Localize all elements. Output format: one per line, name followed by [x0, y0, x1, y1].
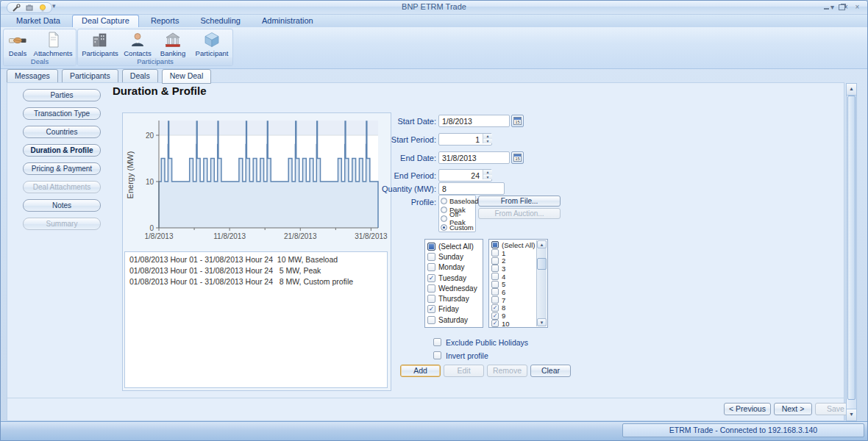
radio-icon[interactable]: [441, 207, 447, 213]
profile-leg-row[interactable]: 01/08/2013 Hour 01 - 31/08/2013 Hour 24 …: [129, 265, 383, 276]
scroll-up-icon[interactable]: ▲: [537, 240, 547, 248]
sidebar-item-notes[interactable]: Notes: [23, 199, 101, 212]
exclude-holidays-checkbox[interactable]: [433, 338, 441, 346]
end-period-spinner[interactable]: ▲ ▼: [483, 170, 492, 179]
checkbox-unchecked-icon[interactable]: [491, 288, 499, 295]
day-item-sunday[interactable]: Sunday: [427, 251, 483, 262]
sidebar-item-parties[interactable]: Parties: [23, 89, 101, 101]
day-item-thursday[interactable]: Thursday: [427, 293, 483, 304]
day-item-saturday[interactable]: Saturday: [427, 315, 483, 325]
checkbox-unchecked-icon[interactable]: [427, 295, 435, 303]
checkbox-checked-icon[interactable]: ✓: [427, 274, 435, 282]
hour-item-5[interactable]: 5: [491, 280, 536, 288]
start-date-calendar-button[interactable]: 15: [511, 115, 524, 127]
quantity-field[interactable]: 8: [438, 182, 505, 195]
day-item-wednesday[interactable]: Wednesday: [427, 283, 483, 293]
tab-list-dropdown-icon[interactable]: ▾: [830, 3, 834, 11]
previous-button[interactable]: < Previous: [724, 403, 771, 415]
clear-button[interactable]: Clear: [530, 365, 571, 377]
tab-new-deal[interactable]: New Deal: [162, 69, 212, 84]
day-item--select-all-[interactable]: (Select All): [427, 241, 483, 251]
main-scrollbar[interactable]: ▲ ▼: [846, 83, 857, 421]
scroll-up-icon[interactable]: ▲: [847, 84, 856, 96]
start-period-label: Start Period:: [333, 135, 436, 144]
checkbox-unchecked-icon[interactable]: [427, 253, 435, 261]
invert-profile-checkbox[interactable]: [433, 351, 441, 359]
sidebar-item-transaction-type[interactable]: Transaction Type: [23, 107, 101, 120]
profile-leg-row[interactable]: 01/08/2013 Hour 01 - 31/08/2013 Hour 24 …: [129, 254, 383, 265]
hour-list-scrollbar[interactable]: ▲ ▼: [536, 240, 547, 326]
day-checklist[interactable]: (Select All)SundayMonday✓TuesdayWednesda…: [424, 239, 483, 328]
checkbox-partial-icon[interactable]: [427, 243, 435, 251]
scroll-down-icon[interactable]: ▼: [537, 318, 547, 326]
tab-close-icon[interactable]: ×: [844, 3, 848, 11]
checkbox-checked-icon[interactable]: ✓: [491, 320, 499, 327]
hour-item-10[interactable]: ✓10: [491, 320, 536, 328]
hour-item-2[interactable]: 2: [491, 257, 536, 265]
hour-item-7[interactable]: 7: [491, 296, 536, 304]
sidebar-item-pricing-payment[interactable]: Pricing & Payment: [23, 162, 101, 175]
checkbox-partial-icon[interactable]: [491, 241, 499, 248]
day-item-monday[interactable]: Monday: [427, 262, 483, 273]
checkbox-unchecked-icon[interactable]: [491, 281, 499, 288]
start-period-spinner[interactable]: ▲ ▼: [483, 134, 492, 143]
checkbox-unchecked-icon[interactable]: [427, 316, 435, 324]
end-date-calendar-button[interactable]: 15: [511, 151, 524, 164]
checkbox-unchecked-icon[interactable]: [491, 257, 499, 265]
hour-item-3[interactable]: 3: [491, 265, 536, 273]
day-item-tuesday[interactable]: ✓Tuesday: [427, 273, 483, 283]
ribbon-tab-scheduling[interactable]: Scheduling: [191, 15, 249, 27]
radio-icon[interactable]: [441, 215, 447, 222]
ribbon-tab-administration[interactable]: Administration: [252, 15, 323, 27]
page-title: Duration & Profile: [113, 85, 207, 97]
contacts-button[interactable]: Contacts: [122, 31, 153, 57]
spinner-down-icon[interactable]: ▼: [483, 139, 492, 144]
checkbox-unchecked-icon[interactable]: [491, 265, 499, 272]
scroll-down-icon[interactable]: ▼: [847, 409, 856, 420]
profile-legs-list[interactable]: 01/08/2013 Hour 01 - 31/08/2013 Hour 24 …: [124, 251, 388, 388]
day-item-friday[interactable]: ✓Friday: [427, 304, 483, 315]
hour-item-1[interactable]: 1: [491, 249, 536, 257]
profile-leg-row[interactable]: 01/08/2013 Hour 01 - 31/08/2013 Hour 24 …: [129, 276, 383, 287]
start-date-field[interactable]: 1/8/2013: [438, 115, 510, 127]
hour-item-8[interactable]: ✓8: [491, 304, 536, 312]
checkbox-unchecked-icon[interactable]: [491, 273, 499, 280]
sidebar-item-countries[interactable]: Countries: [23, 126, 101, 138]
checkbox-checked-icon[interactable]: ✓: [427, 305, 435, 313]
deals-button[interactable]: Deals: [5, 31, 30, 57]
hour-item-9[interactable]: ✓9: [491, 312, 536, 320]
scrollbar-thumb[interactable]: [537, 258, 547, 270]
radio-custom[interactable]: Custom: [441, 223, 474, 232]
checkbox-unchecked-icon[interactable]: [491, 296, 499, 304]
radio-off-peak[interactable]: Off-Peak: [441, 214, 474, 223]
checkbox-checked-icon[interactable]: ✓: [491, 312, 499, 320]
radio-baseload[interactable]: Baseload: [441, 196, 474, 205]
tab-messages[interactable]: Messages: [7, 69, 58, 83]
next-button[interactable]: Next >: [774, 403, 812, 415]
ribbon-tab-market-data[interactable]: Market Data: [7, 15, 70, 27]
close-icon[interactable]: ×: [852, 3, 863, 11]
sidebar-item-duration-profile[interactable]: Duration & Profile: [23, 144, 101, 157]
attachments-button[interactable]: Attachments: [32, 31, 74, 57]
scrollbar-thumb[interactable]: [847, 96, 855, 400]
checkbox-checked-icon[interactable]: ✓: [491, 304, 499, 312]
tab-deals[interactable]: Deals: [122, 69, 158, 83]
hour-item--select-all-[interactable]: (Select All): [491, 241, 536, 249]
radio-icon[interactable]: [441, 198, 447, 204]
tab-participants[interactable]: Participants: [62, 69, 118, 83]
radio-selected-icon[interactable]: [441, 224, 447, 231]
hour-item-4[interactable]: 4: [491, 273, 536, 281]
end-date-label: End Date:: [333, 154, 436, 162]
spinner-down-icon[interactable]: ▼: [483, 175, 492, 180]
ribbon-tab-reports[interactable]: Reports: [141, 15, 189, 27]
hour-checklist[interactable]: ▲ ▼ (Select All)1234567✓8✓9✓10: [488, 239, 548, 328]
ribbon-tab-deal-capture[interactable]: Deal Capture: [72, 15, 139, 28]
checkbox-unchecked-icon[interactable]: [491, 249, 499, 257]
checkbox-unchecked-icon[interactable]: [427, 263, 435, 271]
checkbox-unchecked-icon[interactable]: [427, 284, 435, 293]
hour-item-6[interactable]: 6: [491, 288, 536, 296]
participants-button[interactable]: Participants: [79, 31, 121, 57]
add-button[interactable]: Add: [400, 365, 441, 377]
from-file-button[interactable]: From File...: [478, 196, 561, 207]
end-date-field[interactable]: 31/8/2013: [438, 151, 510, 164]
